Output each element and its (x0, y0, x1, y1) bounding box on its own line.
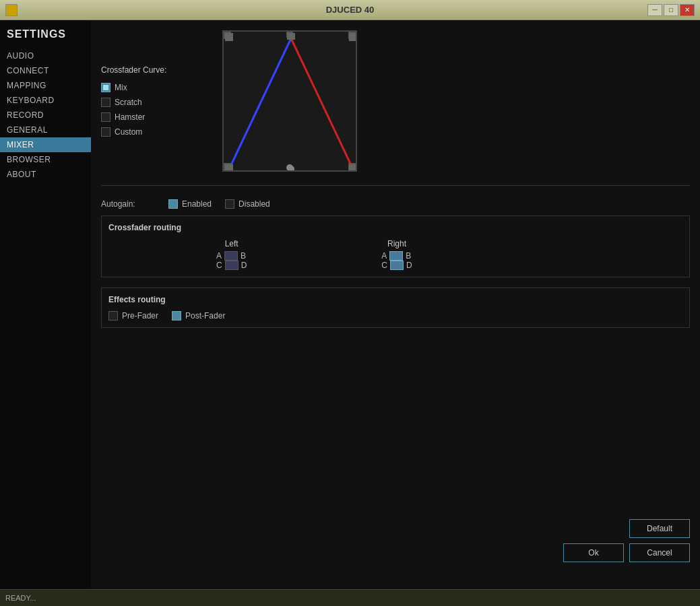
sidebar-item-browser[interactable]: BROWSER (0, 152, 91, 167)
sidebar-item-mapping[interactable]: MAPPING (0, 78, 91, 93)
autogain-label: Autogain: (101, 199, 155, 209)
sidebar-item-connect[interactable]: CONNECT (0, 63, 91, 78)
autogain-disabled-label: Disabled (238, 199, 270, 209)
sidebar-item-keyboard[interactable]: KEYBOARD (0, 93, 91, 108)
autogain-disabled[interactable]: Disabled (225, 199, 270, 209)
routing-right-d-label: D (406, 261, 412, 270)
svg-line-0 (230, 38, 291, 166)
settings-title: SETTINGS (0, 26, 91, 48)
routing-right-a-btn[interactable] (389, 251, 403, 261)
sidebar-item-about[interactable]: ABOUT (0, 167, 91, 182)
sidebar-item-general[interactable]: GENERAL (0, 123, 91, 137)
routing-right-c-label: C (381, 261, 387, 270)
sidebar-item-mixer[interactable]: MIXER (0, 137, 91, 152)
radio-custom-label: Custom (115, 127, 142, 137)
svg-rect-3 (287, 33, 295, 40)
svg-rect-5 (349, 164, 357, 172)
autogain-row: Autogain: Enabled Disabled (101, 193, 690, 215)
radio-custom[interactable]: Custom (101, 127, 209, 137)
svg-rect-4 (225, 164, 233, 172)
titlebar-title: DJUCED 40 (326, 5, 375, 15)
close-button[interactable]: ✕ (680, 4, 695, 16)
sidebar-item-audio[interactable]: AUDIO (0, 48, 91, 63)
bottom-buttons: Default Ok Cancel (563, 519, 690, 562)
autogain-enabled-label: Enabled (182, 199, 212, 209)
app-icon (5, 4, 18, 16)
routing-right-c-btn[interactable] (390, 261, 404, 270)
radio-mix[interactable]: Mix (101, 83, 209, 92)
routing-left-b-label: B (241, 251, 246, 261)
crossfader-routing-title: Crossfader routing (108, 223, 682, 232)
default-button[interactable]: Default (629, 519, 690, 538)
statusbar: READY... (0, 589, 700, 606)
minimize-button[interactable]: ─ (647, 4, 662, 16)
radio-mix-label: Mix (115, 83, 127, 92)
restore-button[interactable]: □ (664, 4, 678, 16)
routing-right-a-label: A (381, 251, 387, 261)
effects-routing-title: Effects routing (108, 295, 682, 304)
sidebar-item-record[interactable]: RECORD (0, 108, 91, 123)
autogain-enabled[interactable]: Enabled (168, 199, 212, 209)
radio-scratch-label: Scratch (115, 98, 142, 107)
post-fader-option[interactable]: Post-Fader (172, 311, 225, 321)
svg-point-2 (288, 166, 294, 172)
svg-line-1 (291, 38, 352, 166)
routing-left-header: Left (216, 239, 247, 248)
radio-scratch[interactable]: Scratch (101, 98, 209, 107)
routing-right-header: Right (381, 239, 412, 248)
post-fader-label: Post-Fader (185, 311, 225, 321)
titlebar: DJUCED 40 ─ □ ✕ (0, 0, 700, 20)
routing-left-d-label: D (241, 261, 247, 270)
pre-fader-label: Pre-Fader (122, 311, 158, 321)
svg-rect-7 (349, 33, 357, 41)
crossfader-routing-section: Crossfader routing Left A B C D (101, 215, 690, 277)
crossfader-graph (222, 30, 357, 172)
radio-hamster-label: Hamster (115, 112, 145, 122)
sidebar: SETTINGS AUDIO CONNECT MAPPING KEYBOARD … (0, 20, 91, 589)
svg-rect-6 (225, 33, 233, 41)
effects-routing-section: Effects routing Pre-Fader Post-Fader (101, 288, 690, 328)
routing-left-c-label: C (216, 261, 222, 270)
pre-fader-option[interactable]: Pre-Fader (108, 311, 158, 321)
content-area: Crossfader Curve: Mix Scratch Hamster (91, 20, 700, 589)
routing-left-a-label: A (216, 251, 222, 261)
crossfader-curve-label: Crossfader Curve: (101, 65, 209, 75)
radio-hamster[interactable]: Hamster (101, 112, 209, 122)
routing-right-b-label: B (406, 251, 411, 261)
status-text: READY... (5, 594, 36, 602)
ok-button[interactable]: Ok (563, 543, 624, 562)
cancel-button[interactable]: Cancel (629, 543, 690, 562)
routing-left-c-btn[interactable] (225, 261, 238, 270)
routing-left-a-btn[interactable] (224, 251, 238, 261)
